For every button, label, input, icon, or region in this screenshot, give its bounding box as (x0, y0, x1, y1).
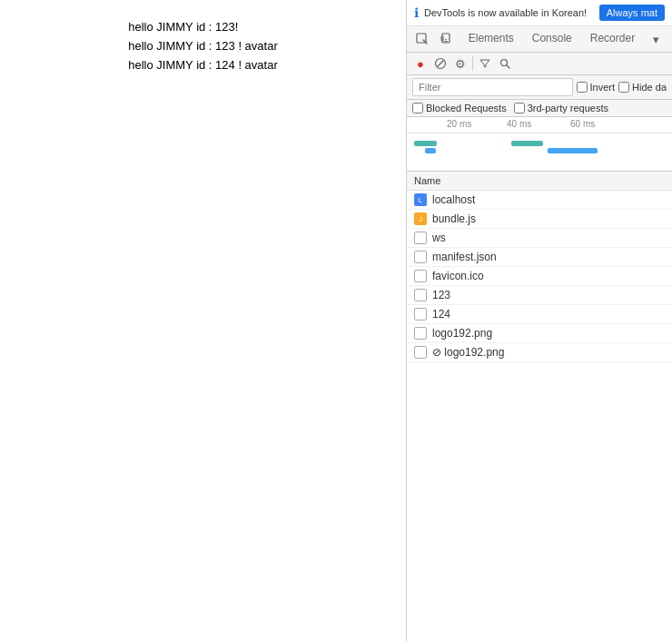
network-row[interactable]: 123 (407, 286, 672, 305)
filter-input[interactable] (412, 78, 573, 96)
network-row-icon (414, 289, 427, 301)
invert-checkbox-label[interactable]: Invert (577, 82, 616, 93)
search-icon[interactable] (497, 55, 513, 72)
timeline-area: 20 ms 40 ms 60 ms (407, 117, 672, 172)
network-row-name: ws (432, 232, 446, 244)
network-row-name: localhost (432, 193, 475, 206)
hide-data-checkbox-label[interactable]: Hide da (618, 82, 667, 93)
third-party-checkbox[interactable] (514, 103, 525, 113)
inspect-element-icon[interactable] (410, 26, 435, 52)
network-row-icon (414, 270, 427, 282)
network-row-name: bundle.js (432, 212, 476, 225)
record-button[interactable]: ● (412, 55, 429, 72)
settings-icon[interactable]: ⚙ (452, 55, 469, 72)
network-row-name: manifest.json (432, 251, 497, 263)
blocked-requests-text: Blocked Requests (426, 103, 507, 113)
network-row-name: logo192.png (432, 327, 492, 340)
invert-label: Invert (590, 82, 616, 93)
network-row-name: 123 (432, 289, 450, 301)
network-row[interactable]: 124 (407, 305, 672, 324)
network-row[interactable]: logo192.png (407, 324, 672, 343)
network-row[interactable]: favicon.ico (407, 267, 672, 286)
network-row-icon (414, 251, 427, 263)
console-lines: hello JIMMY id : 123! hello JIMMY id : 1… (128, 18, 278, 74)
console-line-1: hello JIMMY id : 123! (128, 18, 278, 37)
timeline-bar-3 (511, 141, 543, 146)
network-row-name: ⊘ logo192.png (432, 346, 504, 359)
tab-elements[interactable]: Elements (460, 26, 523, 52)
timeline-mark-20ms: 20 ms (447, 119, 471, 129)
network-row-icon (414, 327, 427, 340)
name-column-header: Name (414, 175, 440, 186)
network-row[interactable]: ⊘ logo192.png (407, 343, 672, 362)
timeline-bars (407, 137, 672, 172)
devtools-panel: ℹ DevTools is now available in Korean! A… (406, 0, 672, 641)
tab-recorder[interactable]: Recorder (581, 26, 644, 52)
network-row[interactable]: Llocalhost (407, 191, 672, 210)
network-row-icon (414, 232, 427, 244)
timeline-bar-1 (414, 141, 437, 146)
network-row-icon: J (414, 212, 427, 225)
hide-data-label: Hide da (632, 82, 667, 93)
timeline-mark-40ms: 40 ms (507, 119, 531, 129)
more-tabs-icon[interactable]: ▾ (644, 26, 668, 52)
timeline-bar-2 (425, 148, 436, 153)
separator-1 (472, 56, 473, 71)
svg-rect-2 (444, 41, 448, 42)
banner-text: DevTools is now available in Korean! (424, 7, 594, 18)
network-list-header: Name (407, 172, 672, 191)
third-party-label[interactable]: 3rd-party requests (514, 103, 608, 113)
devtools-toolbar: ● ⚙ (407, 53, 672, 75)
svg-line-6 (438, 61, 444, 67)
clear-button[interactable] (432, 55, 449, 72)
network-row-icon (414, 346, 427, 359)
svg-line-8 (507, 65, 510, 69)
timeline-bar-4 (548, 148, 598, 153)
devtools-tabs: Elements Console Recorder ▾ (407, 26, 672, 53)
blocked-row: Blocked Requests 3rd-party requests (407, 100, 672, 117)
console-line-2: hello JIMMY id : 123 ! avatar (128, 37, 278, 56)
info-icon: ℹ (414, 5, 419, 20)
devtools-banner: ℹ DevTools is now available in Korean! A… (407, 0, 672, 26)
network-row[interactable]: ws (407, 229, 672, 248)
hide-data-checkbox[interactable] (618, 82, 629, 93)
filter-icon[interactable] (477, 55, 493, 72)
console-line-3: hello JIMMY id : 124 ! avatar (128, 56, 278, 75)
always-match-button[interactable]: Always mat (599, 5, 665, 21)
third-party-text: 3rd-party requests (528, 103, 608, 113)
blocked-requests-checkbox[interactable] (412, 103, 423, 113)
svg-rect-3 (445, 39, 447, 40)
network-row[interactable]: manifest.json (407, 248, 672, 267)
filter-row: Invert Hide da (407, 75, 672, 100)
network-row-name: favicon.ico (432, 270, 484, 282)
network-row-name: 124 (432, 308, 450, 320)
timeline-ruler: 20 ms 40 ms 60 ms (407, 117, 672, 133)
tab-console[interactable]: Console (523, 26, 581, 52)
network-row[interactable]: Jbundle.js (407, 210, 672, 229)
network-list: Name LlocalhostJbundle.jswsmanifest.json… (407, 172, 672, 641)
left-panel: hello JIMMY id : 123! hello JIMMY id : 1… (0, 0, 406, 641)
blocked-requests-label[interactable]: Blocked Requests (412, 103, 507, 113)
network-row-icon (414, 308, 427, 320)
network-row-icon: L (414, 193, 427, 206)
timeline-mark-60ms: 60 ms (570, 119, 595, 129)
invert-checkbox[interactable] (577, 82, 588, 93)
device-mode-icon[interactable] (435, 26, 460, 52)
